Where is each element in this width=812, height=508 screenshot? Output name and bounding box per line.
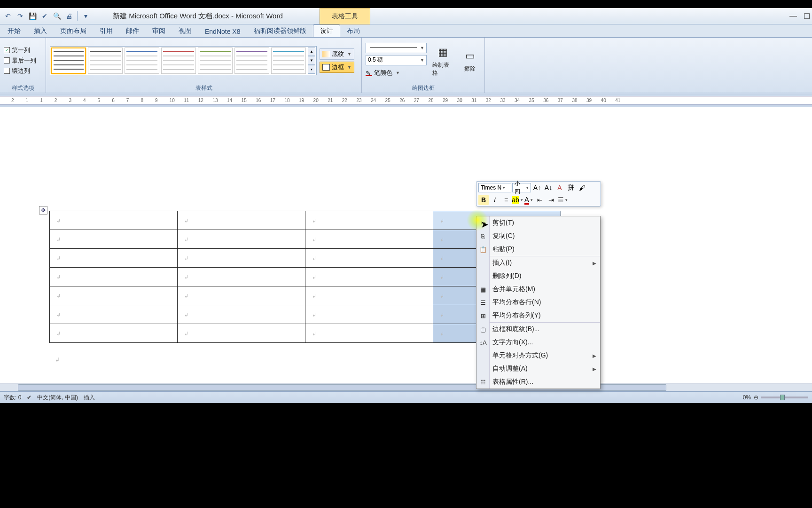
tab-insert[interactable]: 插入 [27, 25, 54, 37]
cm-dist-cols[interactable]: ⊞平均分布各列(Y) [476, 309, 600, 322]
mini-font-value: Times N [481, 184, 501, 191]
group-draw-borders-label: 绘图边框 [362, 83, 484, 93]
pen-color-icon: ✎ [366, 70, 372, 76]
tab-review[interactable]: 审阅 [146, 25, 172, 37]
redo-button[interactable]: ↷ [15, 11, 25, 21]
cm-delete-col[interactable]: 删除列(D) [476, 270, 600, 283]
tab-view[interactable]: 视图 [172, 25, 198, 37]
undo-button[interactable]: ↶ [3, 11, 13, 21]
mini-grow-font[interactable]: A↑ [532, 183, 542, 193]
word-count-status[interactable]: 字数: 0 [4, 394, 21, 402]
gallery-up[interactable]: ▲ [308, 48, 315, 56]
style-thumb-6[interactable] [234, 48, 269, 74]
mini-clear-format[interactable]: A [554, 183, 565, 193]
pen-color-button[interactable]: ✎笔颜色▼ [366, 67, 427, 79]
cm-table-props[interactable]: ☷表格属性(R)... [476, 375, 600, 389]
dist-rows-icon: ☰ [478, 298, 488, 307]
band-col-checkbox[interactable] [4, 68, 10, 74]
mini-indent-inc[interactable]: ⇥ [546, 195, 556, 205]
tab-foxit[interactable]: 福昕阅读器领鲜版 [247, 25, 313, 37]
draw-table-button[interactable]: ▦绘制表格 [429, 43, 456, 78]
spellcheck-button[interactable]: ✔ [39, 11, 50, 21]
paragraph-mark: ↲ [55, 357, 60, 363]
eraser-icon: ▭ [462, 48, 478, 64]
draw-table-icon: ▦ [435, 44, 451, 60]
tab-endnote[interactable]: EndNote X8 [198, 26, 247, 37]
mini-italic[interactable]: I [490, 195, 500, 205]
cm-paste[interactable]: 📋粘贴(P) [476, 243, 600, 256]
document-area[interactable]: ✥ ↲↲↲↲ ↲↲↲↲ ↲↲↲↲ ↲↲↲↲ ↲↲↲↲ ↲↲↲↲ ↲↲↲↲ ↲ 字… [0, 107, 812, 403]
border-icon [322, 64, 330, 71]
insert-mode-status[interactable]: 插入 [84, 394, 95, 402]
tab-layout[interactable]: 布局 [340, 25, 367, 37]
cm-merge-cells[interactable]: ▦合并单元格(M) [476, 283, 600, 296]
cm-copy[interactable]: ⎘复制(C) [476, 230, 600, 243]
tab-references[interactable]: 引用 [93, 25, 119, 37]
borders-shading-icon: ▢ [478, 325, 488, 334]
cm-cell-align[interactable]: 单元格对齐方式(G)▶ [476, 349, 600, 362]
tab-page-layout[interactable]: 页面布局 [54, 25, 93, 37]
table-props-icon: ☷ [478, 377, 488, 387]
line-weight-value: 0.5 磅 [368, 56, 383, 64]
cm-cut[interactable]: ✂剪切(T) [476, 216, 600, 230]
tab-home[interactable]: 开始 [1, 25, 27, 37]
line-style-combo[interactable]: ▼ [366, 43, 427, 53]
mini-highlight[interactable]: ab▾ [512, 195, 523, 205]
last-col-checkbox[interactable] [4, 57, 10, 64]
cm-autofit[interactable]: 自动调整(A)▶ [476, 362, 600, 375]
cm-insert[interactable]: 插入(I)▶ [476, 256, 600, 270]
mini-size-combo[interactable]: 小四▾ [512, 183, 531, 192]
cm-dist-rows[interactable]: ☰平均分布各行(N) [476, 296, 600, 309]
copy-icon: ⎘ [478, 231, 488, 241]
style-gallery[interactable]: ▲ ▼ ▾ [50, 46, 317, 75]
table-move-handle[interactable]: ✥ [39, 206, 47, 214]
language-status[interactable]: 中文(简体, 中国) [37, 394, 78, 402]
zoom-out-button[interactable]: ⊖ [754, 394, 758, 401]
horizontal-scrollbar[interactable] [0, 383, 812, 391]
qat-customize-button[interactable]: ▾ [80, 11, 91, 21]
mini-bold[interactable]: B [478, 195, 489, 205]
style-thumb-5[interactable] [198, 48, 233, 74]
quickprint-button[interactable]: 🖨 [64, 11, 74, 21]
dist-cols-icon: ⊞ [478, 311, 488, 320]
zoom-slider[interactable] [761, 397, 808, 398]
zoom-pct[interactable]: 0% [743, 394, 751, 401]
save-button[interactable]: 💾 [27, 11, 38, 21]
eraser-button[interactable]: ▭擦除 [459, 47, 481, 74]
mini-font-combo[interactable]: Times N▾ [478, 183, 511, 192]
tab-mailings[interactable]: 邮件 [119, 25, 146, 37]
mini-phonetic[interactable]: 拼 [566, 183, 576, 193]
gallery-down[interactable]: ▼ [308, 56, 315, 65]
context-tab-label: 表格工具 [320, 8, 370, 24]
cm-borders-shading[interactable]: ▢边框和底纹(B)... [476, 323, 600, 336]
gallery-more[interactable]: ▾ [308, 65, 315, 74]
restore-button[interactable]: ☐ [804, 12, 810, 21]
mini-indent-dec[interactable]: ⇤ [535, 195, 545, 205]
border-button[interactable]: 边框▼ [320, 62, 354, 73]
horizontal-ruler[interactable]: 2112345678910111213141516171819202122232… [0, 93, 812, 107]
style-thumb-1[interactable] [51, 48, 86, 74]
mini-center[interactable]: ≡ [501, 195, 511, 205]
mini-font-color[interactable]: A▾ [523, 195, 534, 205]
mini-shrink-font[interactable]: A↓ [543, 183, 554, 193]
mini-format-painter[interactable]: 🖌 [577, 183, 587, 193]
minimize-button[interactable]: — [789, 12, 797, 21]
status-bar: 字数: 0 ✔ 中文(简体, 中国) 插入 0% ⊖ [0, 391, 812, 403]
style-thumb-4[interactable] [161, 48, 196, 74]
first-col-checkbox[interactable]: ✓ [4, 47, 10, 53]
proofing-icon[interactable]: ✔ [27, 394, 31, 401]
cm-text-direction[interactable]: ↕A文字方向(X)... [476, 336, 600, 349]
shading-label: 底纹 [332, 50, 344, 58]
last-col-label: 最后一列 [12, 56, 36, 65]
eraser-label: 擦除 [464, 65, 476, 73]
style-thumb-3[interactable] [125, 48, 159, 74]
mini-size-value: 小四 [515, 180, 525, 196]
style-thumb-7[interactable] [271, 48, 306, 74]
shading-button[interactable]: 底纹▼ [320, 48, 354, 60]
print-preview-button[interactable]: 🔍 [52, 11, 62, 21]
mini-bullets[interactable]: ☰▾ [557, 195, 568, 205]
mini-toolbar: Times N▾ 小四▾ A↑ A↓ A 拼 🖌 B I ≡ ab▾ A▾ ⇤ … [476, 181, 601, 206]
line-weight-combo[interactable]: 0.5 磅▼ [366, 55, 427, 65]
style-thumb-2[interactable] [88, 48, 123, 74]
tab-design[interactable]: 设计 [313, 24, 340, 37]
